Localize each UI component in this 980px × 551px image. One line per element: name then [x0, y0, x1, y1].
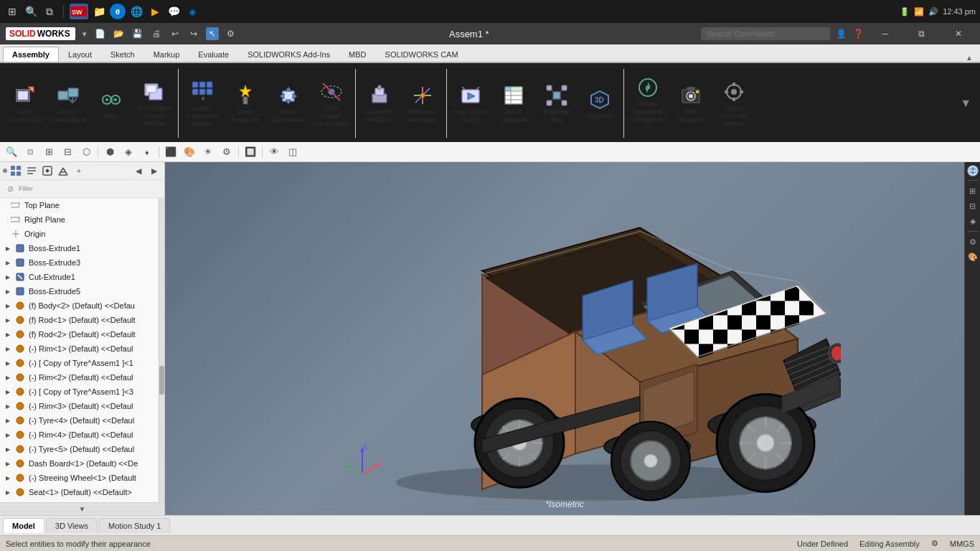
take-snapshot-btn[interactable]: Take Snapshot	[670, 66, 712, 141]
task-view-icon[interactable]: ⧉	[42, 4, 57, 19]
ft-item-rim2[interactable]: ▶ (-) Rim<2> (Default) <<Defaul	[0, 370, 159, 385]
bottom-tab-model[interactable]: Model	[3, 518, 44, 533]
section-view-btn[interactable]: ◫	[284, 144, 301, 160]
ft-item-rim1[interactable]: ▶ (-) Rim<1> (Default) <<Defaul	[0, 342, 159, 356]
view-display-btn[interactable]: 👁	[265, 144, 283, 160]
tab-mbd[interactable]: MBD	[339, 47, 375, 62]
ft-propertymanager-btn[interactable]	[24, 164, 39, 178]
ft-collapse-btn[interactable]: ▶	[147, 164, 161, 178]
bottom-tab-3d-views[interactable]: 3D Views	[46, 518, 98, 533]
ft-item-rod1[interactable]: ▶ (f) Rod<1> (Default) <<Default	[0, 313, 159, 327]
file-explorer-icon[interactable]: 📁	[91, 4, 107, 19]
tab-assembly[interactable]: Assembly	[3, 47, 59, 62]
view-tool-6[interactable]: ⬧	[138, 144, 156, 160]
rp-btn-5[interactable]: 🎨	[966, 250, 979, 263]
ft-camera-btn[interactable]: +	[72, 164, 86, 178]
ft-item-steering1[interactable]: ▶ (-) Streeing Wheel<1> (Default	[0, 471, 159, 485]
ft-grip[interactable]	[3, 169, 7, 173]
solidworks-logo[interactable]: SOLIDWORKS	[6, 27, 75, 40]
tab-layout[interactable]: Layout	[59, 47, 101, 62]
ft-item-boss-extrude1[interactable]: ▶ Boss-Extrude1	[0, 241, 159, 255]
show-hidden-components-btn[interactable]: Show Hidden Components	[311, 66, 352, 141]
view-tool-1[interactable]: ⊞	[40, 144, 57, 160]
zoom-fit-btn[interactable]: ⊡	[22, 144, 39, 160]
ft-item-tyre5[interactable]: ▶ (-) Tyre<5> (Default) <<Defaul	[0, 442, 159, 456]
ft-item-dashboard1[interactable]: ▶ Dash Board<1> (Default) <<De	[0, 456, 159, 471]
view-tool-4[interactable]: ⬢	[101, 144, 118, 160]
rp-globe-btn[interactable]	[967, 165, 979, 176]
feature-tree-scrollbar[interactable]	[159, 198, 164, 502]
assembly-features-btn[interactable]: Assembly Features	[359, 66, 400, 141]
display-mode-btn[interactable]: ⬛	[162, 144, 179, 160]
mate-btn[interactable]: Mate	[90, 66, 132, 141]
rp-btn-1[interactable]: ⊞	[966, 184, 979, 197]
3d-viewport[interactable]: Z X Y *Isometric	[165, 162, 964, 515]
tab-sw-addins[interactable]: SOLIDWORKS Add-Ins	[238, 47, 339, 62]
rebuild-btn[interactable]: ⚙	[225, 27, 237, 40]
ft-item-rod2[interactable]: ▶ (f) Rod<2> (Default) <<Default	[0, 327, 159, 342]
ft-item-top-plane[interactable]: Top Plane	[0, 198, 159, 212]
undo-btn[interactable]: ↩	[169, 27, 182, 40]
tab-evaluate[interactable]: Evaluate	[189, 47, 238, 62]
edge-icon[interactable]: e	[110, 4, 126, 19]
update-speedpak-btn[interactable]: Update SpeedPak Subassemblies	[627, 66, 669, 141]
restore-btn[interactable]: ⧉	[905, 23, 938, 44]
save-btn[interactable]: 💾	[131, 27, 144, 40]
rp-btn-4[interactable]: ⚙	[966, 235, 979, 248]
edit-component-btn[interactable]: Edit Component	[4, 66, 46, 141]
whatsapp-icon[interactable]: 💬	[166, 4, 182, 19]
exploded-view-btn[interactable]: Exploded View	[536, 66, 578, 141]
help-btn[interactable]: ❓	[852, 27, 864, 40]
ribbon-right-collapse[interactable]: ▼	[958, 97, 973, 110]
title-menu-arrow[interactable]: ▼	[81, 30, 88, 38]
ft-expand-btn[interactable]: ◀	[131, 164, 146, 178]
ribbon-collapse-btn[interactable]: ▲	[964, 54, 974, 62]
scene-btn[interactable]: ☀	[199, 144, 217, 160]
ft-configmanager-btn[interactable]	[40, 164, 55, 178]
view-tool-3[interactable]: ⬡	[77, 144, 95, 160]
chrome-icon[interactable]: 🌐	[128, 4, 144, 19]
ft-item-origin[interactable]: Origin	[0, 227, 159, 241]
ft-item-body2[interactable]: ▶ (f) Body<2> (Default) <<Defau	[0, 298, 159, 313]
move-component-btn[interactable]: Move Component	[268, 66, 309, 141]
search-taskbar-icon[interactable]: 🔍	[23, 4, 39, 19]
view-tool-2[interactable]: ⊟	[59, 144, 76, 160]
ft-item-copy-tyre3[interactable]: ▶ (-) [ Copy of Tyre^Assem1 ]<3	[0, 385, 159, 399]
ft-filter-icon[interactable]: ⊘	[3, 182, 17, 196]
ft-item-seat1[interactable]: ▶ Seat<1> (Default) <<Default>	[0, 485, 159, 499]
minimize-btn[interactable]: ─	[869, 23, 901, 44]
rebuild-icon[interactable]: ⚙	[931, 539, 938, 548]
ft-item-boss-extrude3[interactable]: ▶ Boss-Extrude3	[0, 255, 159, 270]
view-tool-5[interactable]: ◈	[120, 144, 137, 160]
ft-item-right-plane[interactable]: Right Plane	[0, 212, 159, 227]
instant3d-btn[interactable]: 3D Instant3D	[579, 66, 621, 141]
bill-of-materials-btn[interactable]: Bill of Materials	[493, 66, 534, 141]
new-motion-study-btn[interactable]: New Motion Study	[450, 66, 491, 141]
tab-markup[interactable]: Markup	[144, 47, 189, 62]
select-tool-btn[interactable]: ↖	[206, 27, 219, 40]
vlc-icon[interactable]: ▶	[147, 4, 163, 19]
component-preview-btn[interactable]: Component Preview Window	[133, 66, 175, 141]
ft-dimxpert-btn[interactable]	[56, 164, 70, 178]
ft-scroll-down-btn[interactable]: ▼	[0, 502, 164, 515]
vscode-icon[interactable]: ◈	[184, 4, 200, 19]
tab-sketch[interactable]: Sketch	[101, 47, 144, 62]
search-commands-input[interactable]	[701, 27, 830, 40]
ft-item-tyre4[interactable]: ▶ (-) Tyre<4> (Default) <<Defaul	[0, 413, 159, 428]
bottom-tab-motion-study[interactable]: Motion Study 1	[99, 518, 170, 533]
user-profile-btn[interactable]: 👤	[834, 27, 847, 40]
insert-components-btn[interactable]: Insert Components	[47, 66, 89, 141]
solidworks-taskbar-icon[interactable]: SW	[70, 4, 88, 19]
ft-item-boss-extrude5[interactable]: ▶ Boss-Extrude5	[0, 284, 159, 298]
ft-item-cut-extrude1[interactable]: ▶ Cut-Extrude1	[0, 270, 159, 284]
rp-btn-3[interactable]: ◈	[966, 215, 979, 227]
ft-item-copy-tyre1[interactable]: ▶ (-) [ Copy of Tyre^Assem1 ]<1	[0, 356, 159, 370]
appearance-btn[interactable]: 🎨	[181, 144, 198, 160]
print-btn[interactable]: 🖨	[150, 27, 163, 40]
reference-geometry-btn[interactable]: Reference Geometry	[402, 66, 443, 141]
view-settings-btn[interactable]: ⚙	[218, 144, 235, 160]
close-btn[interactable]: ✕	[942, 23, 974, 44]
scrollbar-thumb[interactable]	[159, 366, 164, 395]
large-assembly-settings-btn[interactable]: Large Assembly Settings	[713, 66, 755, 141]
ft-item-rim4[interactable]: ▶ (-) Rim<4> (Default) <<Defaul	[0, 428, 159, 442]
